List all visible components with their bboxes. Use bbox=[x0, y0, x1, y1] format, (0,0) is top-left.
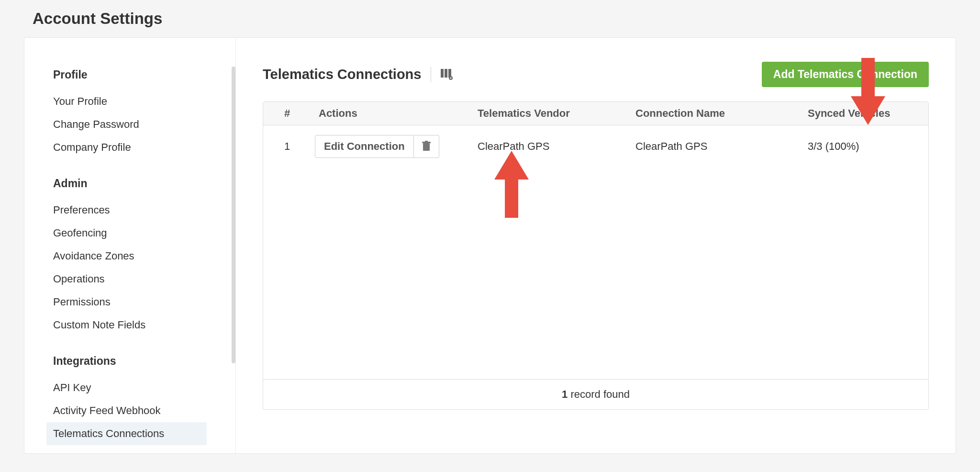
table-col-actions: Actions bbox=[311, 107, 474, 120]
sidebar-item-your-profile[interactable]: Your Profile bbox=[46, 90, 207, 113]
page-title: Account Settings bbox=[0, 0, 980, 37]
table-col-vendor: Telematics Vendor bbox=[474, 107, 632, 120]
sidebar-item-preferences[interactable]: Preferences bbox=[46, 199, 207, 222]
content-title: Telematics Connections bbox=[263, 67, 421, 82]
record-count: 1 bbox=[562, 388, 568, 400]
content-area: Telematics Connections Add Telematics Co… bbox=[236, 38, 956, 453]
connections-table: # Actions Telematics Vendor Connection N… bbox=[263, 101, 929, 410]
table-row: 1 Edit Connection bbox=[263, 125, 928, 168]
svg-point-4 bbox=[450, 77, 452, 79]
table-body: 1 Edit Connection bbox=[263, 125, 928, 379]
sidebar-item-geofencing[interactable]: Geofencing bbox=[46, 222, 207, 245]
sidebar-section-header-admin: Admin bbox=[53, 177, 221, 190]
table-col-num: # bbox=[263, 107, 311, 120]
row-number: 1 bbox=[263, 140, 311, 153]
sidebar-item-operations[interactable]: Operations bbox=[46, 268, 207, 291]
table-header: # Actions Telematics Vendor Connection N… bbox=[263, 102, 928, 125]
svg-rect-7 bbox=[425, 141, 428, 142]
sidebar-scrollbar[interactable] bbox=[232, 67, 235, 363]
title-divider bbox=[431, 67, 431, 82]
sidebar-section-header-integrations: Integrations bbox=[53, 355, 221, 368]
trash-icon bbox=[422, 141, 431, 153]
sidebar-item-telematics-connections[interactable]: Telematics Connections bbox=[46, 422, 207, 445]
sidebar-item-company-profile[interactable]: Company Profile bbox=[46, 136, 207, 159]
columns-settings-icon[interactable] bbox=[441, 69, 452, 80]
sidebar-item-custom-note-fields[interactable]: Custom Note Fields bbox=[46, 314, 207, 337]
row-synced-vehicles: 3/3 (100%) bbox=[804, 140, 928, 153]
svg-rect-1 bbox=[445, 69, 447, 78]
sidebar-item-activity-feed-webhook[interactable]: Activity Feed Webhook bbox=[46, 399, 207, 422]
row-connection-name: ClearPath GPS bbox=[632, 140, 804, 153]
sidebar-item-permissions[interactable]: Permissions bbox=[46, 291, 207, 314]
content-title-wrap: Telematics Connections bbox=[263, 67, 452, 82]
row-vendor: ClearPath GPS bbox=[474, 140, 632, 153]
edit-connection-button[interactable]: Edit Connection bbox=[315, 135, 414, 158]
add-telematics-connection-button[interactable]: Add Telematics Connection bbox=[762, 62, 929, 87]
sidebar-item-avoidance-zones[interactable]: Avoidance Zones bbox=[46, 245, 207, 268]
main-container: Profile Your Profile Change Password Com… bbox=[24, 37, 956, 454]
row-actions: Edit Connection bbox=[311, 135, 474, 158]
sidebar: Profile Your Profile Change Password Com… bbox=[24, 38, 236, 453]
svg-rect-0 bbox=[441, 69, 444, 78]
record-found-text: record found bbox=[568, 388, 630, 400]
table-col-name: Connection Name bbox=[632, 107, 804, 120]
delete-connection-button[interactable] bbox=[414, 135, 439, 158]
table-col-synced: Synced Vehicles bbox=[804, 107, 928, 120]
sidebar-item-change-password[interactable]: Change Password bbox=[46, 113, 207, 136]
sidebar-section-header-profile: Profile bbox=[53, 68, 221, 81]
content-header: Telematics Connections Add Telematics Co… bbox=[263, 62, 929, 87]
table-footer: 1 record found bbox=[263, 379, 928, 409]
sidebar-item-api-key[interactable]: API Key bbox=[46, 376, 207, 399]
svg-rect-5 bbox=[423, 143, 430, 151]
